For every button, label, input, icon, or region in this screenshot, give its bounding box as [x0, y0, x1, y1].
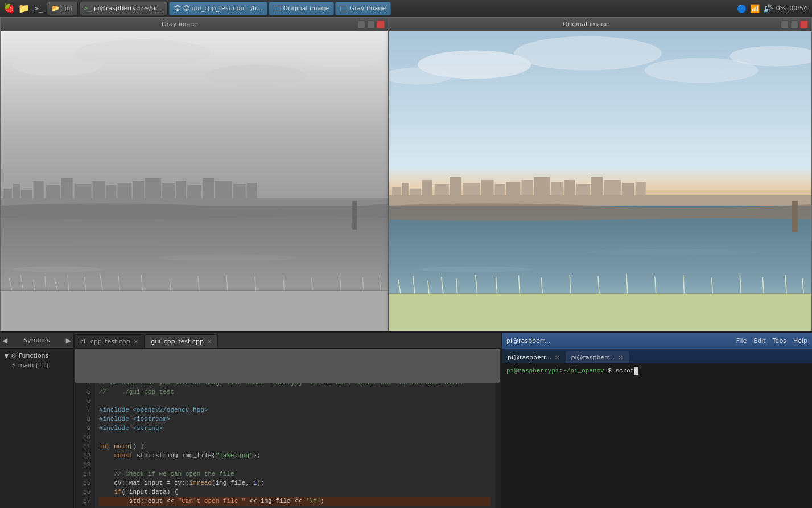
raspberry-icon[interactable]: 🍓 — [2, 2, 16, 15]
terminal-btn[interactable]: >_ pi@raspberrypi:~/pi... — [79, 2, 168, 15]
terminal-icon: >_ — [84, 5, 92, 12]
tab-gui-cpp[interactable]: gui_cpp_test.cpp × — [145, 334, 218, 348]
taskbar-right: 🔵 📶 🔊 0% 00:54 — [732, 4, 812, 13]
original-window-minimize-btn[interactable] — [781, 21, 789, 28]
functions-label: Functions — [19, 352, 49, 359]
taskbar-left: 🍓 📁 >_ 📂 [pi] >_ pi@raspberrypi:~/pi... … — [0, 2, 732, 15]
terminal-dollar: $ — [604, 367, 616, 374]
main-area: Gray image — [0, 17, 812, 508]
gray-window-maximize-btn[interactable] — [367, 21, 375, 28]
code-editor: 1 2 3 4 5 6 7 8 9 10 11 12 13 14 15 16 1… — [74, 349, 501, 508]
svg-rect-19 — [176, 181, 186, 198]
menu-file[interactable]: File — [736, 337, 747, 345]
code-line-13 — [99, 460, 491, 469]
terminal-menu: File Edit Tabs Help — [736, 337, 807, 345]
svg-point-26 — [29, 242, 199, 251]
clock: 00:54 — [789, 5, 807, 12]
svg-rect-59 — [402, 183, 409, 195]
editor-area: ◀ Symbols ▶ ▼ ⚙ Functions ⚡ main [11] cl… — [0, 331, 501, 508]
tab-cli-cpp[interactable]: cli_cpp_test.cpp × — [74, 334, 145, 348]
original-window-maximize-btn[interactable] — [790, 21, 798, 28]
symbols-functions-group[interactable]: ▼ ⚙ Functions — [0, 351, 73, 360]
code-line-7: #include <opencv2/opencv.hpp> — [99, 405, 491, 415]
terminal-title: pi@raspberr... — [506, 337, 732, 345]
svg-rect-24 — [247, 183, 257, 198]
code-line-11: int main() { — [99, 442, 491, 451]
code-line-10 — [99, 433, 491, 442]
svg-rect-22 — [215, 181, 232, 198]
svg-point-79 — [588, 249, 758, 256]
wifi-icon: 📶 — [750, 4, 760, 13]
svg-rect-17 — [145, 178, 161, 198]
svg-rect-64 — [463, 183, 480, 195]
terminal-content: pi@raspberrypi:~/pi_opencv $ scrot — [502, 363, 812, 378]
code-line-17: std::cout << "Can't open file " << img_f… — [99, 497, 491, 506]
svg-rect-30 — [1, 290, 388, 331]
code-line-16: if(!input.data) { — [99, 487, 491, 497]
color-image-svg — [389, 31, 811, 331]
group-icon: ⚙ — [11, 352, 17, 359]
symbols-main-item[interactable]: ⚡ main [11] — [0, 360, 73, 370]
svg-rect-12 — [75, 184, 92, 198]
tab-gui-label: gui_cpp_test.cpp — [151, 338, 204, 345]
menu-help[interactable]: Help — [793, 337, 807, 345]
bluetooth-icon: 🔵 — [737, 4, 747, 13]
svg-rect-62 — [435, 184, 449, 195]
svg-rect-18 — [162, 183, 175, 198]
terminal-cursor — [634, 367, 638, 375]
gray-window-minimize-btn[interactable] — [357, 21, 365, 28]
code-line-12: const std::string img_file{"lake.jpg"}; — [99, 451, 491, 460]
term-tab-2-close[interactable]: × — [619, 354, 623, 360]
menu-tabs[interactable]: Tabs — [773, 337, 786, 345]
symbols-title: Symbols — [9, 337, 65, 344]
terminal-tab-1[interactable]: pi@raspberr... × — [502, 351, 566, 363]
svg-rect-7 — [13, 184, 20, 198]
editor-tab-bar: cli_cpp_test.cpp × gui_cpp_test.cpp × — [74, 333, 501, 349]
terminal-tab-2[interactable]: pi@raspberr... × — [566, 351, 629, 363]
terminal-path: ~/pi_opencv — [563, 367, 604, 374]
tab-cli-close[interactable]: × — [134, 338, 138, 345]
svg-point-27 — [159, 255, 295, 261]
scrollbar-thumb[interactable] — [75, 349, 500, 383]
gray-image-taskbar-btn[interactable]: Gray image — [335, 2, 391, 15]
svg-rect-76 — [636, 182, 646, 195]
svg-rect-82 — [389, 293, 811, 331]
original-image-taskbar-btn[interactable]: Original image — [269, 2, 334, 15]
svg-rect-72 — [576, 184, 590, 195]
gray-image-window: Gray image — [0, 17, 389, 331]
svg-rect-10 — [46, 185, 60, 198]
svg-rect-61 — [422, 180, 432, 195]
original-window-title: Original image — [393, 21, 779, 28]
symbols-arrow-right[interactable]: ▶ — [66, 337, 71, 345]
symbols-arrow-left[interactable]: ◀ — [2, 337, 7, 345]
tab-gui-close[interactable]: × — [207, 338, 212, 345]
svg-rect-81 — [792, 201, 798, 232]
svg-rect-13 — [93, 181, 105, 198]
term-tab-1-close[interactable]: × — [555, 354, 559, 360]
svg-rect-21 — [203, 178, 214, 198]
editor-scrollbar[interactable] — [495, 349, 501, 508]
terminal-prompt-line: pi@raspberrypi:~/pi_opencv $ scrot — [506, 366, 807, 376]
svg-rect-66 — [495, 184, 505, 195]
menu-edit[interactable]: Edit — [753, 337, 765, 345]
gray-window-title: Gray image — [4, 21, 356, 28]
symbols-content: ▼ ⚙ Functions ⚡ main [11] — [0, 349, 73, 372]
taskbar: 🍓 📁 >_ 📂 [pi] >_ pi@raspberrypi:~/pi... … — [0, 0, 812, 17]
code-line-8: #include <iostream> — [99, 415, 491, 424]
folder-icon: 📂 — [52, 5, 60, 12]
svg-rect-71 — [564, 180, 575, 195]
terminal-tabs: pi@raspberr... × pi@raspberr... × — [502, 349, 812, 363]
code-line-14: // Check if we can open the file — [99, 469, 491, 478]
svg-point-52 — [514, 36, 661, 71]
svg-point-2 — [75, 39, 211, 68]
original-window-close-btn[interactable] — [800, 21, 808, 28]
gray-frame-icon — [340, 6, 347, 11]
svg-rect-70 — [551, 182, 563, 195]
editor-taskbar-btn[interactable]: 😊 😊 gui_cpp_test.cpp - /h... — [169, 2, 267, 15]
terminal-taskbar-icon[interactable]: >_ — [32, 2, 46, 15]
svg-point-28 — [12, 267, 103, 272]
pi-folder-btn[interactable]: 📂 [pi] — [47, 2, 78, 15]
gray-window-close-btn[interactable] — [377, 21, 385, 28]
filemanager-icon[interactable]: 📁 — [17, 2, 31, 15]
tab-cli-label: cli_cpp_test.cpp — [80, 338, 130, 345]
